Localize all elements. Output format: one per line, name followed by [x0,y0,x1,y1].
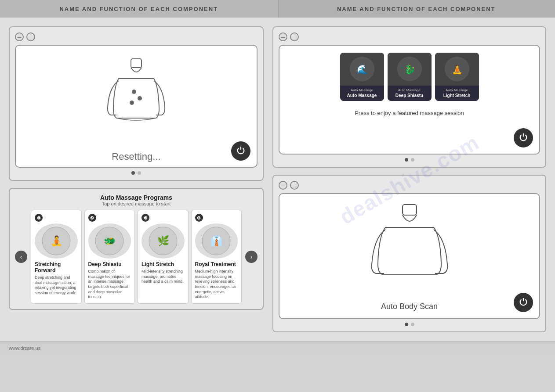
dots-indicator-scan [279,323,540,326]
card-icon-3: 🌿 [141,223,185,259]
mannequin-area [16,46,257,151]
svg-text:🌿: 🌿 [157,235,169,247]
svg-rect-0 [131,59,141,68]
featured-card-img-1: 🌊 [340,53,384,86]
featured-card-label-2: Auto Massage Deep Shiastu [388,86,432,101]
card-desc-1: Deep stretching and dual massage action;… [35,275,78,296]
dot-2 [138,171,141,175]
svg-rect-18 [403,205,417,215]
featured-card-img-2: 🐉 [388,53,432,86]
dots-indicator-featured [279,158,540,162]
header-left-title: NAME AND FUNCTION OF EACH COMPONENT [59,6,218,12]
program-cards: ❶ 🧘 Stretching Forward Deep stretching a… [31,210,242,304]
programs-subtitle: Tap on desired massage to start [15,201,258,206]
header-right-title: NAME AND FUNCTION OF EACH COMPONENT [337,6,496,12]
card-name-4: Royal Treatment [195,261,238,267]
body-scan-label: Auto Body Scan [381,302,438,311]
featured-card-bottom-1: Auto Massage [343,93,381,98]
scroll-right-arrow[interactable]: › [245,251,258,263]
scroll-left-arrow[interactable]: ‹ [15,251,27,263]
dot-featured-2 [411,158,414,162]
power-button-scan[interactable] [514,293,533,312]
svg-text:🐉: 🐉 [404,64,415,75]
body-scan-panel: — ⬜ Auto Bo [272,175,546,332]
program-card-4[interactable]: ❹ 👔 Royal Treatment Medium-high intensit… [191,210,242,304]
window-controls-top: — ⬜ [15,32,258,41]
minimize-btn-scan[interactable]: — [279,181,287,190]
featured-panel: — ⬜ 🌊 Auto Massage [272,26,546,168]
footer: www.drcare.us [0,341,555,354]
dots-indicator-top [15,171,258,175]
program-card-1[interactable]: ❶ 🧘 Stretching Forward Deep stretching a… [31,210,82,304]
card-number-1: ❶ [35,214,43,222]
card-desc-3: Mild-intensity stretching massage; promo… [141,269,185,284]
body-scan-mannequin [366,201,453,298]
svg-point-3 [130,101,134,105]
power-button-featured[interactable] [514,128,533,147]
mannequin-svg [101,54,171,142]
main-content: — ⬜ [0,18,555,341]
featured-card-2[interactable]: 🐉 Auto Massage Deep Shiastu [388,53,432,101]
featured-card-top-2: Auto Massage [390,88,429,93]
card-number-4: ❹ [195,214,203,222]
svg-point-1 [132,90,136,94]
card-icon-4: 👔 [195,223,238,259]
card-desc-2: Combination of massage techniques for an… [88,269,131,300]
featured-card-1[interactable]: 🌊 Auto Massage Auto Massage [340,53,384,101]
left-column: — ⬜ [9,26,264,332]
maximize-btn[interactable]: ⬜ [26,32,35,41]
header-left-section: NAME AND FUNCTION OF EACH COMPONENT [0,0,278,18]
minimize-btn-featured[interactable]: — [279,32,287,41]
featured-screen: 🌊 Auto Massage Auto Massage [279,45,540,155]
featured-card-3[interactable]: 🧘 Auto Massage Light Stretch [435,53,479,101]
dot-featured-1 [405,158,408,162]
window-controls-featured: — ⬜ [279,32,540,41]
svg-text:🧘: 🧘 [451,64,462,75]
programs-title: Auto Massage Programs [15,194,258,201]
right-column: dealshive.com — ⬜ 🌊 [272,26,546,332]
card-icon-1: 🧘 [35,223,78,259]
resetting-text: Resetting... [112,151,160,162]
card-icon-2: 🐲 [88,223,131,259]
featured-card-top-3: Auto Massage [438,88,476,93]
dot-scan-2 [411,323,414,326]
minimize-btn[interactable]: — [15,32,24,41]
power-button-resetting[interactable] [231,141,250,161]
window-controls-scan: — ⬜ [279,181,540,190]
featured-card-img-3: 🧘 [435,53,479,86]
maximize-btn-featured[interactable]: ⬜ [290,32,299,41]
program-card-3[interactable]: ❸ 🌿 Light Stretch Mild-intensity stretch… [138,210,189,304]
card-desc-4: Medium-high intensity massage focusing o… [195,269,238,300]
featured-card-bottom-2: Deep Shiastu [390,93,429,98]
featured-card-top-1: Auto Massage [343,88,381,93]
card-name-1: Stretching Forward [35,261,78,273]
svg-text:🌊: 🌊 [356,64,367,75]
resetting-screen: Resetting... [15,45,258,168]
dot-1 [131,171,135,175]
featured-prompt: Press to enjoy a featured massage sessio… [287,110,532,116]
resetting-panel: — ⬜ [9,26,264,181]
card-name-3: Light Stretch [141,261,185,267]
featured-card-bottom-3: Light Stretch [438,93,476,98]
card-number-2: ❷ [88,214,96,222]
programs-header: Auto Massage Programs Tap on desired mas… [15,194,258,206]
maximize-btn-scan[interactable]: ⬜ [290,181,299,190]
featured-cards-container: 🌊 Auto Massage Auto Massage [287,53,532,101]
programs-panel: Auto Massage Programs Tap on desired mas… [9,188,264,310]
svg-text:👔: 👔 [210,235,223,247]
programs-scroll: ‹ ❶ 🧘 Stretching Forward Deep stretching… [15,210,258,304]
svg-point-2 [138,96,142,101]
card-number-3: ❸ [141,214,149,222]
dot-scan-1 [405,323,408,326]
featured-card-label-3: Auto Massage Light Stretch [435,86,479,101]
body-scan-screen: Auto Body Scan [279,193,540,319]
footer-website: www.drcare.us [9,345,40,351]
svg-text:🧘: 🧘 [50,235,62,247]
card-name-2: Deep Shiastu [88,261,131,267]
svg-text:🐲: 🐲 [104,235,116,247]
header-bar: NAME AND FUNCTION OF EACH COMPONENT NAME… [0,0,555,18]
program-card-2[interactable]: ❷ 🐲 Deep Shiastu Combination of massage … [84,210,135,304]
header-right-section: NAME AND FUNCTION OF EACH COMPONENT [278,0,555,18]
featured-card-label-1: Auto Massage Auto Massage [340,86,384,101]
